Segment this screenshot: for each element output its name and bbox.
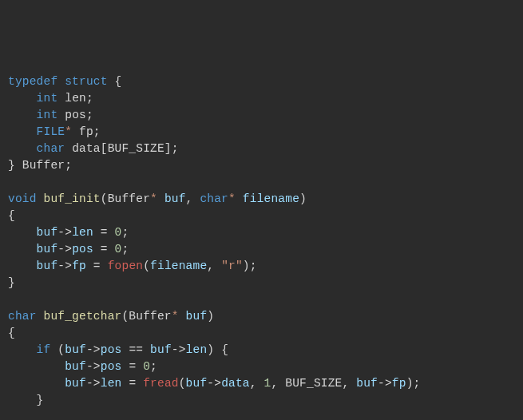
assign-op: = [93,260,101,272]
call-fread: fread [143,377,179,390]
brace-open: { [8,327,15,339]
pointer-star: * [228,192,236,205]
line-1: typedef struct { [8,75,121,88]
field-fp: fp [72,260,86,272]
line-15: char buf_getchar(Buffer* buf) [8,310,214,323]
arrow-op: -> [207,377,221,390]
var-buf: buf [356,377,378,390]
var-buf: buf [65,377,86,390]
line-19: buf->len = fread(buf->data, 1, BUF_SIZE,… [8,377,420,390]
assign-op: = [129,360,136,373]
param-type-char: char [200,192,228,205]
assign-op: = [101,243,108,256]
line-3: int pos; [8,109,93,121]
paren-open: ( [57,343,65,356]
field-data: data [72,142,101,155]
paren-open: ( [179,377,186,390]
paren-close: ) [406,377,414,390]
brace-open: { [115,75,122,88]
line-16: { [8,327,15,339]
arg-filename: filename [150,260,207,272]
line-13: } [8,276,15,289]
line-5: char data[BUF_SIZE]; [8,142,179,155]
type-file: FILE [37,125,65,138]
line-20: } [8,394,44,406]
paren-open: ( [143,260,150,272]
line-8: void buf_init(Buffer* buf, char* filenam… [8,192,307,205]
pointer-star: * [150,192,157,205]
string-r: "r" [221,260,243,272]
paren-close: ) [299,192,307,205]
var-buf: buf [65,360,86,373]
brace-close: } [8,159,15,172]
line-9: { [8,209,15,222]
pointer-star: * [172,310,179,323]
type-char: char [37,142,65,155]
semicolon: ; [121,243,129,256]
eq-op: == [129,343,143,356]
line-4: FILE* fp; [8,125,101,138]
func-bufgetchar: buf_getchar [44,310,122,323]
semicolon: ; [86,109,93,121]
field-pos: pos [72,243,93,256]
keyword-typedef: typedef [8,75,57,88]
paren-close: ) [207,343,214,356]
line-18: buf->pos = 0; [8,360,157,373]
paren-open: ( [101,192,108,205]
field-fp: fp [79,125,93,138]
paren-open: ( [121,310,129,323]
comma: , [186,192,193,205]
semicolon: ; [150,360,157,373]
semicolon: ; [250,260,257,272]
func-bufinit: buf_init [44,192,101,205]
field-pos: pos [65,109,86,121]
var-buf: buf [37,260,58,272]
semicolon: ; [172,142,179,155]
comma: , [271,377,278,390]
var-buf: buf [186,377,208,390]
comma: , [207,260,214,272]
line-11: buf->pos = 0; [8,243,129,256]
line-12: buf->fp = fopen(filename, "r"); [8,260,257,272]
brace-open: { [221,343,228,356]
keyword-struct: struct [65,75,107,88]
arrow-op: -> [57,243,72,256]
arrow-op: -> [57,226,72,239]
field-len: len [101,377,122,390]
semicolon: ; [86,92,93,105]
arrow-op: -> [86,343,101,356]
paren-close: ) [207,310,214,323]
return-type-char: char [8,310,37,323]
field-data: data [221,377,250,390]
return-type-void: void [8,192,37,205]
var-buf: buf [150,343,172,356]
param-buf: buf [164,192,186,205]
param-filename: filename [243,192,299,205]
semicolon: ; [121,226,129,239]
var-buf: buf [37,226,58,239]
arrow-op: -> [86,360,101,373]
field-len: len [65,92,86,105]
line-6: } Buffer; [8,159,72,172]
semicolon: ; [65,159,72,172]
param-buf: buf [186,310,208,323]
arrow-op: -> [172,343,186,356]
semicolon: ; [93,125,101,138]
line-2: int len; [8,92,93,105]
semicolon: ; [414,377,421,390]
type-int: int [37,92,58,105]
field-pos: pos [101,360,122,373]
call-fopen: fopen [108,260,144,272]
field-pos: pos [101,343,122,356]
type-int: int [37,109,58,121]
comma: , [250,377,257,390]
field-len: len [186,343,208,356]
arrow-op: -> [57,260,72,272]
assign-op: = [101,226,108,239]
brace-open: { [8,209,15,222]
bracket-open: [ [101,142,108,155]
line-10: buf->len = 0; [8,226,129,239]
paren-close: ) [243,260,250,272]
param-type-buffer: Buffer [129,310,171,323]
var-buf: buf [37,243,58,256]
